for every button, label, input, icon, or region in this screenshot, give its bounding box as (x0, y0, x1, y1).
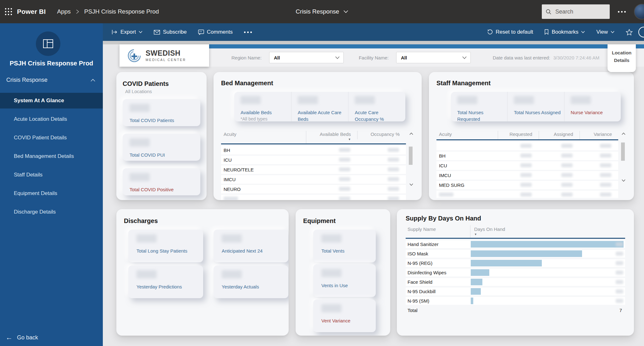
scroll-down-icon[interactable] (409, 183, 414, 186)
table-row[interactable]: IMCU (436, 171, 618, 180)
total-label: Total (408, 308, 418, 313)
kpi-anticipated-next-24[interactable]: Anticipated Next 24 (214, 230, 288, 262)
export-button[interactable]: Export (112, 29, 142, 35)
kpi-total-nurses-requested[interactable]: Total Nurses Requested (451, 92, 507, 121)
back-arrow-icon: ← (6, 334, 13, 341)
kpi-label: Anticipated Next 24 (222, 248, 288, 254)
col-acuity[interactable]: Acuity (221, 131, 306, 139)
sidebar-item-staff-details[interactable]: Staff Details (0, 167, 103, 183)
view-button[interactable]: View (596, 29, 614, 35)
table-row[interactable]: ICU (221, 156, 406, 164)
kpi-total-covid-pui[interactable]: Total COVID PUI (123, 134, 200, 161)
table-row[interactable]: Face Shield (406, 278, 625, 286)
subscribe-button[interactable]: Subscribe (154, 29, 187, 35)
kpi-total-nurses-assigned[interactable]: Total Nurses Assigned (507, 92, 564, 121)
table-row[interactable]: BH (436, 152, 618, 160)
bed-card-title: Bed Management (221, 80, 414, 87)
staff-card-title: Staff Management (436, 80, 626, 87)
chevron-down-icon (462, 56, 467, 59)
table-row[interactable] (436, 142, 618, 150)
col-days-on-hand[interactable]: Days On Hand▼ (470, 225, 625, 238)
kpi-total-vents[interactable]: Total Vents (313, 230, 376, 262)
toolbar-more-icon[interactable] (244, 31, 252, 33)
kpi-label: Total Long Stay Patients (136, 248, 203, 254)
sidebar-item-system-at-a-glance[interactable]: System At A Glance (0, 93, 103, 109)
breadcrumb-apps[interactable]: Apps (57, 8, 70, 15)
scrollbar-thumb[interactable] (621, 142, 625, 161)
table-row[interactable]: N-95 Duckbill (406, 287, 625, 295)
col-requested[interactable]: Requested (498, 131, 539, 139)
table-row[interactable]: BH (221, 146, 406, 154)
col-assigned[interactable]: Assigned (539, 131, 580, 139)
redacted-value (457, 96, 477, 104)
table-row[interactable]: N-95 (REG) (406, 259, 625, 267)
search-box[interactable] (542, 4, 610, 19)
scrollbar-thumb[interactable] (409, 147, 413, 165)
kpi-vent-variance[interactable]: Vent Variance (313, 299, 376, 332)
sidebar-item-covid-patient-details[interactable]: COVID Patient Details (0, 130, 103, 146)
table-row[interactable]: N-95 (SM) (406, 297, 625, 305)
redacted-value (130, 173, 150, 181)
scroll-up-icon[interactable] (621, 132, 626, 135)
kpi-nurse-variance[interactable]: Nurse Variance (564, 92, 621, 121)
scroll-up-icon[interactable] (409, 132, 414, 135)
col-acuity[interactable]: Acuity (436, 131, 498, 139)
kpi-total-long-stay-patients[interactable]: Total Long Stay Patients (128, 230, 203, 262)
table-row[interactable]: Disinfecting Wipes (406, 269, 625, 276)
sidebar-item-bed-management-details[interactable]: Bed Management Details (0, 148, 103, 164)
redacted-value (514, 96, 534, 104)
staff-management-card: Staff Management Total Nurses Requested … (429, 72, 634, 200)
kpi-total-covid-patients[interactable]: Total COVID Patients (123, 99, 200, 126)
staff-table-header: Acuity Requested Assigned Variance (436, 131, 626, 139)
search-input[interactable] (555, 8, 595, 15)
clipped-toolbar-icon[interactable] (638, 27, 644, 37)
bookmarks-button[interactable]: Bookmarks (544, 29, 585, 35)
table-row[interactable]: MED SURG (436, 181, 618, 189)
kpi-available-beds[interactable]: Available Beds *All bed types (234, 92, 291, 121)
table-row[interactable]: ISO Mask (406, 250, 625, 258)
ellipsis-icon (244, 31, 252, 33)
kpi-yesterday-actuals[interactable]: Yesterday Actuals (214, 265, 288, 298)
waffle-menu-icon[interactable] (0, 0, 17, 23)
facility-filter-dropdown[interactable]: All (396, 52, 471, 63)
chevron-down-icon (139, 31, 142, 33)
comments-button[interactable]: Comments (198, 29, 233, 35)
app-bar-right (542, 4, 644, 20)
sidebar-item-equipment-details[interactable]: Equipment Details (0, 186, 103, 201)
table-row[interactable]: IMCU (221, 175, 406, 184)
table-row[interactable]: NEURO/TELE (221, 165, 406, 174)
canvas-top-strip (103, 41, 644, 44)
col-supply-name[interactable]: Supply Name (406, 225, 470, 238)
reset-to-default-button[interactable]: Reset to default (487, 29, 533, 35)
location-details-line2: Details (608, 57, 636, 64)
table-row[interactable]: Hand Sanitizer (406, 240, 625, 248)
comments-icon (198, 30, 204, 35)
scroll-down-icon[interactable] (621, 179, 626, 182)
col-variance[interactable]: Variance (580, 131, 618, 139)
kpi-yesterday-predictions[interactable]: Yesterday Predictions (128, 265, 203, 298)
go-back-button[interactable]: ← Go back (6, 334, 38, 341)
col-available-beds[interactable]: Available Beds▼ (306, 131, 357, 143)
table-row[interactable]: NEURO (221, 185, 406, 193)
col-occupancy[interactable]: Occupancy % (357, 131, 406, 139)
sidebar-item-acute-location-details[interactable]: Acute Location Details (0, 111, 103, 127)
more-options-icon[interactable] (618, 11, 626, 13)
sidebar-section-crisis-response[interactable]: Crisis Response (6, 77, 95, 83)
kpi-vents-in-use[interactable]: Vents in Use (313, 264, 376, 297)
sidebar-item-discharge-details[interactable]: Discharge Details (0, 204, 103, 220)
report-switcher[interactable]: Crisis Response (296, 8, 348, 15)
covid-patients-card: COVID Patients All Locations Total COVID… (116, 72, 207, 200)
location-details-button[interactable]: Location Details (608, 44, 636, 72)
last-entered-label: Date data was last entered: (493, 55, 550, 60)
kpi-acute-care-occupancy[interactable]: Acute Care Occupancy % (348, 92, 405, 121)
table-row[interactable] (436, 191, 618, 198)
powerbi-brand[interactable]: Power BI (17, 8, 46, 15)
kpi-available-acute-care-beds[interactable]: Available Acute Care Beds (291, 92, 348, 121)
sidebar-nav: System At A Glance Acute Location Detail… (0, 93, 103, 223)
table-row[interactable] (221, 195, 406, 200)
kpi-total-covid-positive[interactable]: Total COVID Positive (123, 168, 200, 195)
avatar[interactable] (634, 4, 644, 20)
favorite-star-icon[interactable] (626, 29, 633, 36)
region-filter-dropdown[interactable]: All (269, 52, 344, 63)
table-row[interactable]: ICU (436, 161, 618, 170)
